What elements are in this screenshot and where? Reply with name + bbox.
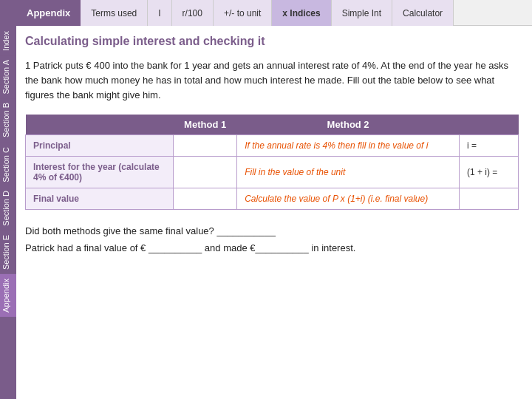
row2-method2-formula: (1 + i) = [459,157,518,188]
content-inner: Calculating simple interest and checking… [16,26,532,399]
sidebar-section-c[interactable]: Section C [0,143,16,187]
row1-label: Principal [26,135,174,157]
footer-text: Did both methods give the same final val… [25,223,519,256]
table-row: Principal If the annual rate is 4% then … [26,135,519,157]
sidebar-appendix[interactable]: Appendix [0,274,16,317]
sidebar-section-b[interactable]: Section B [0,98,16,142]
intro-text: 1 Patrick puts € 400 into the bank for 1… [25,58,519,103]
plusminus-btn[interactable]: +/- to unit [214,0,272,26]
appendix-label: Appendix [16,0,81,26]
table-row: Interest for the year (calculate 4% of €… [26,157,519,188]
method1-header: Method 1 [174,115,237,135]
row1-method2-prompt: If the annual rate is 4% then fill in th… [237,135,460,157]
row2-label: Interest for the year (calculate 4% of €… [26,157,174,188]
r100-btn[interactable]: r/100 [172,0,214,26]
method2-header: Method 2 [237,115,460,135]
method2-formula-header [459,115,518,135]
sidebar-section-e[interactable]: Section E [0,231,16,274]
footer-line2: Patrick had a final value of € _________… [25,240,519,256]
footer-line1: Did both methods give the same final val… [25,223,519,239]
topbar: Appendix Terms used I r/100 +/- to unit … [16,0,532,26]
row3-method2-prompt: Calculate the value of P x (1+i) (i.e. f… [237,188,460,210]
sidebar-section-d[interactable]: Section D [0,186,16,231]
row3-label: Final value [26,188,174,210]
main-area: Appendix Terms used I r/100 +/- to unit … [16,0,532,399]
sidebar-index[interactable]: Index [0,27,16,55]
sidebar-section-a[interactable]: Section A [0,55,16,98]
x-indices-btn[interactable]: x Indices [272,0,331,26]
row3-method1 [174,188,237,210]
content: Calculating simple interest and checking… [16,26,532,399]
methods-table: Method 1 Method 2 Principal If the annua… [25,115,519,210]
row2-method1 [174,157,237,188]
left-sidebar: Index Section A Section B Section C Sect… [0,0,16,399]
terms-used-btn[interactable]: Terms used [81,0,148,26]
calculator-btn[interactable]: Calculator [392,0,454,26]
simple-int-btn[interactable]: Simple Int [332,0,392,26]
row1-method2-formula: i = [459,135,518,157]
page-title: Calculating simple interest and checking… [25,35,519,48]
table-row: Final value Calculate the value of P x (… [26,188,519,210]
col-label-header [26,115,174,135]
row2-method2-prompt: Fill in the value of the unit [237,157,460,188]
row1-method1 [174,135,237,157]
i-btn[interactable]: I [148,0,171,26]
row3-method2-formula [459,188,518,210]
